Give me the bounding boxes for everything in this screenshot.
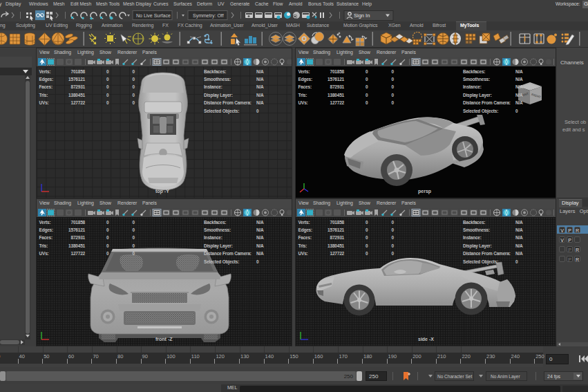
svg-text:Symmetry: Off: Symmetry: Off — [193, 13, 224, 19]
svg-text:Sign In: Sign In — [354, 12, 370, 19]
svg-text:No Live Surface: No Live Surface — [136, 13, 171, 18]
